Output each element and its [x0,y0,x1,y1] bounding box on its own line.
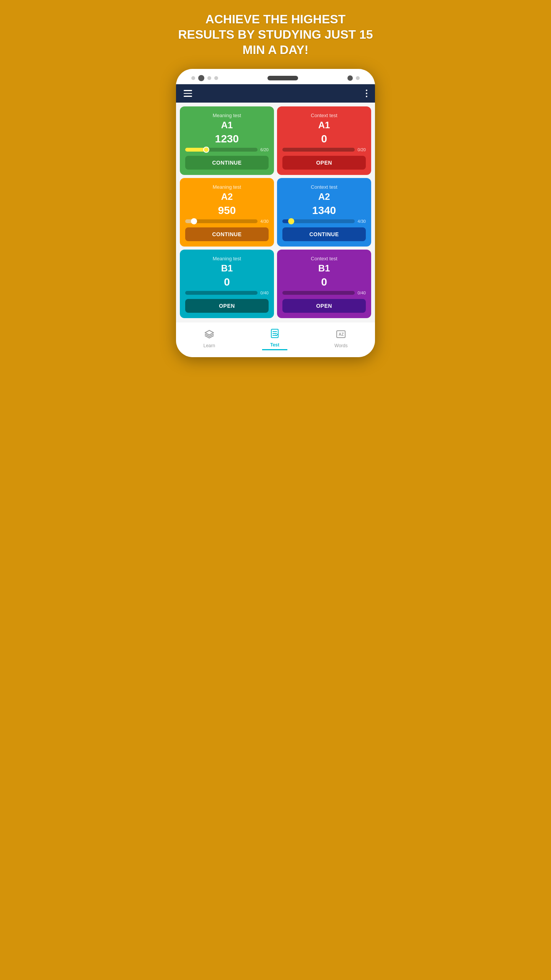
headline: ACHIEVE THE HIGHEST RESULTS BY STUDYING … [176,11,375,57]
card-4-label: Context test [311,184,337,190]
nav-item-test[interactable]: Test [262,327,287,350]
card-3-progress-label: 4/30 [261,219,269,224]
card-5-progress-track [185,291,258,295]
card-6-progress-track [282,291,355,295]
nav-label-words: Words [334,343,347,348]
card-meaning-b1: Meaning test B1 0 0/40 OPEN [180,250,274,318]
card-meaning-a2: Meaning test A2 950 4/30 CONTINUE [180,178,274,247]
card-2-progress-row: 0/20 [282,147,366,152]
card-6-level: B1 [318,263,330,274]
camera-lens [198,75,204,81]
phone-bottom-space [176,353,375,357]
card-meaning-a1: Meaning test A1 1230 6/20 CONTINUE [180,106,274,175]
card-context-b1: Context test B1 0 0/40 OPEN [277,250,371,318]
card-6-progress-label: 0/40 [358,291,366,295]
card-4-score: 1340 [312,204,336,217]
card-2-level: A1 [318,120,330,131]
nav-item-words[interactable]: AZ Words [327,328,355,350]
card-5-progress-label: 0/40 [261,291,269,295]
card-4-progress-fill [282,219,292,223]
camera-area [191,75,218,81]
phone-top-right [347,75,360,81]
card-2-progress-track [282,148,355,152]
card-context-a2: Context test A2 1340 4/30 CONTINUE [277,178,371,247]
phone-top-bar [176,69,375,84]
card-5-score: 0 [224,276,230,288]
card-1-progress-fill [185,148,207,152]
phone-frame: Meaning test A1 1230 6/20 CONTINUE Conte… [176,69,375,357]
front-camera [347,75,353,81]
card-2-score: 0 [321,133,327,145]
words-icon: AZ [336,329,346,341]
card-1-label: Meaning test [213,113,241,118]
card-4-level: A2 [318,191,330,202]
nav-label-learn: Learn [203,343,215,348]
hamburger-menu[interactable] [184,90,192,97]
card-6-progress-row: 0/40 [282,291,366,295]
card-3-level: A2 [221,191,233,202]
speaker-bar [267,76,298,80]
card-2-label: Context test [311,113,337,118]
card-4-progress-row: 4/30 [282,219,366,224]
card-4-button[interactable]: CONTINUE [282,227,366,241]
sensor-sm [356,76,360,80]
card-5-button[interactable]: OPEN [185,299,269,313]
card-2-button[interactable]: OPEN [282,156,366,170]
card-4-progress-track [282,219,355,223]
card-3-button[interactable]: CONTINUE [185,227,269,241]
card-1-progress-track [185,148,258,152]
nav-label-test: Test [270,342,279,348]
svg-text:AZ: AZ [339,332,344,336]
card-1-level: A1 [221,120,233,131]
card-context-a1: Context test A1 0 0/20 OPEN [277,106,371,175]
card-6-score: 0 [321,276,327,288]
card-1-progress-row: 6/20 [185,147,269,152]
sensor-dot-1 [191,76,195,80]
card-1-button[interactable]: CONTINUE [185,156,269,170]
sensor-dot-3 [214,76,218,80]
card-3-progress-track [185,219,258,223]
learn-icon [204,329,214,341]
test-icon [270,328,280,341]
card-3-score: 950 [218,204,236,217]
card-1-score: 1230 [215,133,239,145]
more-options-button[interactable] [366,90,367,97]
card-2-progress-label: 0/20 [358,147,366,152]
sensor-dot-2 [207,76,211,80]
card-5-level: B1 [221,263,233,274]
nav-item-learn[interactable]: Learn [196,328,223,350]
card-3-progress-fill [185,219,195,223]
card-6-button[interactable]: OPEN [282,299,366,313]
card-3-progress-row: 4/30 [185,219,269,224]
bottom-nav: Learn Test AZ Words [176,322,375,353]
card-1-progress-label: 6/20 [261,147,269,152]
card-5-progress-row: 0/40 [185,291,269,295]
card-4-progress-label: 4/30 [358,219,366,224]
card-5-label: Meaning test [213,256,241,261]
cards-grid: Meaning test A1 1230 6/20 CONTINUE Conte… [176,103,375,322]
card-3-label: Meaning test [213,184,241,190]
card-6-label: Context test [311,256,337,261]
app-header [176,84,375,103]
